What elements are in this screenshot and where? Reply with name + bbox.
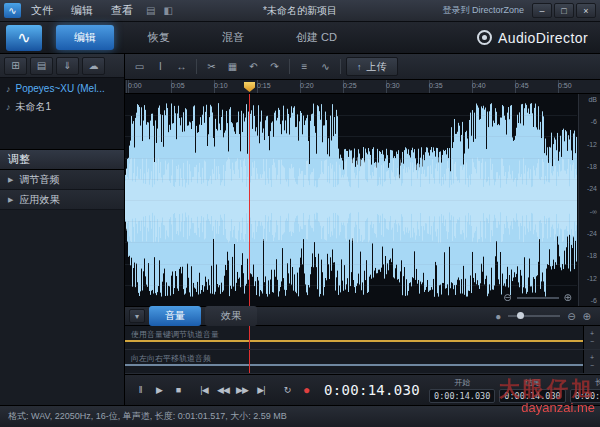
start-time-field: 开始 0:00:14.030 xyxy=(429,377,495,403)
time-tick: 0:10 xyxy=(214,82,228,89)
cut-icon[interactable]: ✂ xyxy=(202,58,221,76)
length-value[interactable]: 0:00:00.000 xyxy=(570,389,600,403)
chevron-right-icon: ▶ xyxy=(8,176,13,184)
capture-icon[interactable]: ▤ xyxy=(143,5,158,16)
download-icon[interactable]: ⇓ xyxy=(56,57,79,75)
tab-restore[interactable]: 恢复 xyxy=(130,25,188,50)
wave-zoom-controls: ⊖ ⊕ xyxy=(503,292,572,303)
zoom-in-icon[interactable]: ⊕ xyxy=(564,292,572,303)
ibeam-tool-icon[interactable]: I xyxy=(151,58,170,76)
toolbar-divider xyxy=(289,59,290,74)
playhead-line[interactable] xyxy=(249,94,250,306)
zoom-out-icon[interactable]: ⊖ xyxy=(567,311,575,322)
sidebar-empty-area xyxy=(0,210,124,405)
start-label: 开始 xyxy=(454,377,470,388)
db-scale: dB -6 -12 -18 -24 -∞ -24 -18 -12 -6 xyxy=(578,94,600,306)
list-item[interactable]: ♪ Popeyes~XU (Mel... xyxy=(0,80,124,97)
db-label: -18 xyxy=(582,163,597,170)
go-to-start-button[interactable]: |◀ xyxy=(195,380,213,400)
length-label: 长度 xyxy=(595,377,600,388)
plus-icon[interactable]: + xyxy=(590,330,594,337)
directorzone-login-link[interactable]: 登录到 DirectorZone xyxy=(442,4,524,17)
adjust-audio-label: 调节音频 xyxy=(19,173,59,187)
go-to-end-button[interactable]: ▶| xyxy=(252,380,270,400)
start-value[interactable]: 0:00:14.030 xyxy=(429,389,495,403)
fast-forward-button[interactable]: ▶▶ xyxy=(233,380,251,400)
slider-dot-icon: ● xyxy=(495,311,501,322)
undo-icon[interactable]: ↶ xyxy=(244,58,263,76)
close-button[interactable]: × xyxy=(576,3,596,18)
mixer-icon[interactable]: ≡ xyxy=(295,58,314,76)
plus-icon[interactable]: + xyxy=(590,354,594,361)
current-time-display: 0:00:14.030 xyxy=(324,382,420,398)
waveform-view[interactable]: dB -6 -12 -18 -24 -∞ -24 -18 -12 -6 ⊖ ⊕ xyxy=(125,94,600,306)
pause-button[interactable]: ‖ xyxy=(131,380,149,400)
tab-volume[interactable]: 音量 xyxy=(149,306,201,326)
import-media-icon[interactable]: ⊞ xyxy=(4,57,27,75)
stop-button[interactable]: ■ xyxy=(169,380,187,400)
maximize-button[interactable]: □ xyxy=(554,3,574,18)
end-time-field: 结尾 0:00:14.030 xyxy=(499,377,565,403)
end-value[interactable]: 0:00:14.030 xyxy=(499,389,565,403)
playhead-line xyxy=(249,350,250,373)
tab-effects[interactable]: 效果 xyxy=(205,306,257,326)
upload-arrow-icon: ↑ xyxy=(357,62,362,72)
slider-knob[interactable] xyxy=(517,312,524,319)
redo-icon[interactable]: ↷ xyxy=(265,58,284,76)
display-icon[interactable]: ◧ xyxy=(160,5,175,16)
db-label: -6 xyxy=(582,297,597,304)
volume-envelope-line[interactable] xyxy=(125,340,583,342)
cloud-icon[interactable]: ☁ xyxy=(82,57,105,75)
end-label: 结尾 xyxy=(524,377,540,388)
paste-icon[interactable]: ▦ xyxy=(223,58,242,76)
menu-view[interactable]: 查看 xyxy=(103,1,141,20)
waveform-view-icon[interactable]: ∿ xyxy=(316,58,335,76)
wave-toolbar: ▭ I ↔ ✂ ▦ ↶ ↷ ≡ ∿ ↑ 上传 xyxy=(125,54,600,80)
toolbar-divider xyxy=(340,59,341,74)
mode-bar: ∿ 编辑 恢复 混音 创建 CD AudioDirector xyxy=(0,22,600,54)
range-tool-icon[interactable]: ↔ xyxy=(172,58,191,76)
pan-keyframe-lane[interactable]: 向左向右平移轨道音频 + − xyxy=(125,350,600,374)
loop-button[interactable]: ↻ xyxy=(278,380,296,400)
music-note-icon: ♪ xyxy=(6,102,11,112)
title-bar: ∿ 文件 编辑 查看 ▤ ◧ *未命名的新项目 登录到 DirectorZone… xyxy=(0,0,600,22)
status-bar: 格式: WAV, 22050Hz, 16-位, 单声道, 长度: 0:01:01… xyxy=(0,405,600,427)
time-tick: 0:40 xyxy=(472,82,486,89)
waveform-canvas[interactable] xyxy=(125,94,577,306)
media-item-label: Popeyes~XU (Mel... xyxy=(16,83,105,94)
play-button[interactable]: ▶ xyxy=(150,380,168,400)
tab-mix[interactable]: 混音 xyxy=(204,25,262,50)
waveform-logo-icon: ∿ xyxy=(6,25,42,51)
volume-keyframe-lane[interactable]: 使用音量键调节轨道音量 + − xyxy=(125,326,600,350)
menu-edit[interactable]: 编辑 xyxy=(63,1,101,20)
upload-button[interactable]: ↑ 上传 xyxy=(346,57,398,76)
minus-icon[interactable]: − xyxy=(590,338,594,345)
adjust-audio-expander[interactable]: ▶ 调节音频 xyxy=(0,170,124,190)
db-label: -18 xyxy=(582,252,597,259)
toolbar-divider xyxy=(196,59,197,74)
zoom-in-icon[interactable]: ⊕ xyxy=(583,311,591,322)
apply-effects-expander[interactable]: ▶ 应用效果 xyxy=(0,190,124,210)
rewind-button[interactable]: ◀◀ xyxy=(214,380,232,400)
media-list: ♪ Popeyes~XU (Mel... ♪ 未命名1 xyxy=(0,78,124,150)
db-label: -∞ xyxy=(582,208,597,215)
zoom-slider[interactable] xyxy=(517,297,559,299)
tab-edit[interactable]: 编辑 xyxy=(56,25,114,50)
collapse-panel-icon[interactable]: ▾ xyxy=(129,309,145,323)
list-item[interactable]: ♪ 未命名1 xyxy=(0,97,124,117)
folder-icon[interactable]: ▤ xyxy=(30,57,53,75)
lane-height-slider[interactable] xyxy=(508,315,560,317)
apply-effects-label: 应用效果 xyxy=(19,193,59,207)
minimize-button[interactable]: – xyxy=(532,3,552,18)
select-tool-icon[interactable]: ▭ xyxy=(130,58,149,76)
minus-icon[interactable]: − xyxy=(590,362,594,369)
playhead-marker[interactable] xyxy=(244,82,255,92)
tab-create-cd[interactable]: 创建 CD xyxy=(278,25,355,50)
zoom-out-icon[interactable]: ⊖ xyxy=(503,292,511,303)
pan-envelope-line[interactable] xyxy=(125,364,583,366)
bottom-panel-header: ▾ 音量 效果 ● ⊖ ⊕ xyxy=(125,306,600,326)
time-tick: 0:05 xyxy=(171,82,185,89)
record-button[interactable]: ● xyxy=(297,380,315,400)
menu-file[interactable]: 文件 xyxy=(23,1,61,20)
timeline-ruler[interactable]: 0:00 0:05 0:10 0:15 0:20 0:25 0:30 0:35 … xyxy=(125,80,600,94)
